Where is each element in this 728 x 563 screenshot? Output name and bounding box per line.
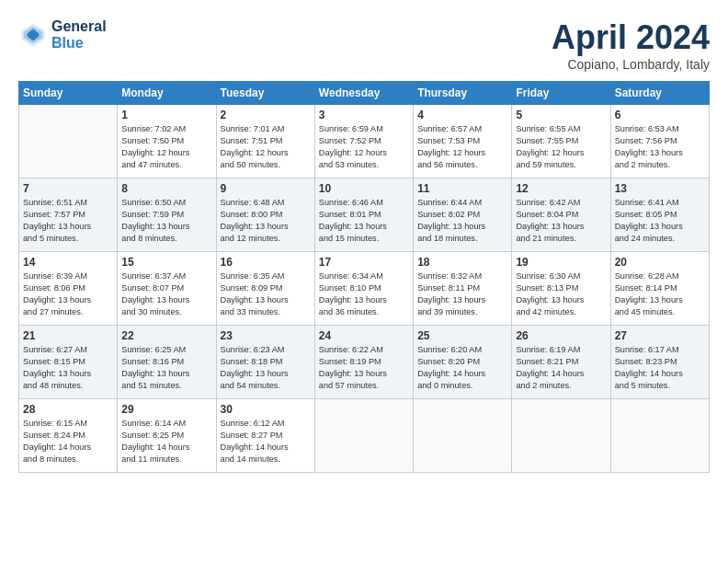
day-number: 12 [516,182,606,195]
calendar-table: SundayMondayTuesdayWednesdayThursdayFrid… [18,81,710,473]
day-number: 29 [121,403,211,416]
day-info: Sunrise: 6:22 AM Sunset: 8:19 PM Dayligh… [319,344,409,392]
calendar-cell [610,399,709,473]
day-number: 3 [319,109,409,121]
calendar-cell: 2Sunrise: 7:01 AM Sunset: 7:51 PM Daylig… [216,105,314,178]
calendar-cell: 14Sunrise: 6:39 AM Sunset: 8:06 PM Dayli… [19,252,118,326]
col-header-friday: Friday [512,82,610,105]
calendar-week-row: 28Sunrise: 6:15 AM Sunset: 8:24 PM Dayli… [19,399,710,473]
col-header-saturday: Saturday [610,82,709,105]
day-number: 27 [615,329,705,342]
calendar-cell: 25Sunrise: 6:20 AM Sunset: 8:20 PM Dayli… [414,326,512,399]
day-number: 26 [516,329,606,342]
day-info: Sunrise: 6:59 AM Sunset: 7:52 PM Dayligh… [319,123,409,171]
day-number: 30 [221,403,311,416]
day-number: 16 [221,256,311,269]
calendar-cell: 30Sunrise: 6:12 AM Sunset: 8:27 PM Dayli… [216,399,314,473]
day-number: 4 [417,109,507,121]
logo-text: General Blue [51,18,107,52]
calendar-cell: 8Sunrise: 6:50 AM Sunset: 7:59 PM Daylig… [118,178,216,252]
calendar-cell: 7Sunrise: 6:51 AM Sunset: 7:57 PM Daylig… [19,178,118,252]
calendar-cell: 22Sunrise: 6:25 AM Sunset: 8:16 PM Dayli… [118,326,216,399]
day-info: Sunrise: 6:23 AM Sunset: 8:18 PM Dayligh… [221,344,311,392]
month-title: April 2024 [552,18,710,57]
day-info: Sunrise: 6:17 AM Sunset: 8:23 PM Dayligh… [615,344,705,392]
day-info: Sunrise: 6:50 AM Sunset: 7:59 PM Dayligh… [121,197,211,245]
calendar-cell: 18Sunrise: 6:32 AM Sunset: 8:11 PM Dayli… [414,252,512,326]
calendar-cell [314,399,413,473]
day-info: Sunrise: 6:25 AM Sunset: 8:16 PM Dayligh… [121,344,211,392]
day-number: 15 [121,256,211,269]
calendar-cell: 24Sunrise: 6:22 AM Sunset: 8:19 PM Dayli… [314,326,413,399]
day-number: 13 [615,182,705,195]
day-number: 8 [121,182,211,195]
day-info: Sunrise: 6:42 AM Sunset: 8:04 PM Dayligh… [516,197,606,245]
calendar-cell: 1Sunrise: 7:02 AM Sunset: 7:50 PM Daylig… [118,105,216,178]
calendar-cell: 29Sunrise: 6:14 AM Sunset: 8:25 PM Dayli… [118,399,216,473]
day-number: 23 [221,329,311,342]
day-number: 2 [221,109,311,121]
day-number: 25 [417,329,507,342]
calendar-cell: 21Sunrise: 6:27 AM Sunset: 8:15 PM Dayli… [19,326,118,399]
day-info: Sunrise: 7:01 AM Sunset: 7:51 PM Dayligh… [221,123,311,171]
calendar-cell: 15Sunrise: 6:37 AM Sunset: 8:07 PM Dayli… [118,252,216,326]
calendar-cell [19,105,118,178]
calendar-cell: 28Sunrise: 6:15 AM Sunset: 8:24 PM Dayli… [19,399,118,473]
day-number: 11 [417,182,507,195]
calendar-cell: 13Sunrise: 6:41 AM Sunset: 8:05 PM Dayli… [610,178,709,252]
day-number: 19 [516,256,606,269]
day-info: Sunrise: 6:48 AM Sunset: 8:00 PM Dayligh… [221,197,311,245]
title-area: April 2024 Copiano, Lombardy, Italy [552,18,710,72]
day-number: 1 [121,109,211,121]
day-info: Sunrise: 6:41 AM Sunset: 8:05 PM Dayligh… [615,197,705,245]
col-header-tuesday: Tuesday [216,82,314,105]
day-number: 9 [221,182,311,195]
day-number: 21 [23,329,113,342]
day-info: Sunrise: 6:28 AM Sunset: 8:14 PM Dayligh… [615,270,705,318]
day-info: Sunrise: 6:34 AM Sunset: 8:10 PM Dayligh… [319,270,409,318]
day-info: Sunrise: 6:35 AM Sunset: 8:09 PM Dayligh… [221,270,311,318]
day-number: 10 [319,182,409,195]
calendar-cell: 6Sunrise: 6:53 AM Sunset: 7:56 PM Daylig… [610,105,709,178]
calendar-cell [414,399,512,473]
calendar-week-row: 21Sunrise: 6:27 AM Sunset: 8:15 PM Dayli… [19,326,710,399]
calendar-cell: 19Sunrise: 6:30 AM Sunset: 8:13 PM Dayli… [512,252,610,326]
calendar-cell: 4Sunrise: 6:57 AM Sunset: 7:53 PM Daylig… [414,105,512,178]
day-info: Sunrise: 6:44 AM Sunset: 8:02 PM Dayligh… [417,197,507,245]
calendar-cell: 12Sunrise: 6:42 AM Sunset: 8:04 PM Dayli… [512,178,610,252]
calendar-cell: 20Sunrise: 6:28 AM Sunset: 8:14 PM Dayli… [610,252,709,326]
location-subtitle: Copiano, Lombardy, Italy [552,57,710,72]
logo: General Blue [18,18,107,52]
calendar-cell: 5Sunrise: 6:55 AM Sunset: 7:55 PM Daylig… [512,105,610,178]
day-info: Sunrise: 6:37 AM Sunset: 8:07 PM Dayligh… [121,270,211,318]
calendar-cell: 10Sunrise: 6:46 AM Sunset: 8:01 PM Dayli… [314,178,413,252]
calendar-cell: 27Sunrise: 6:17 AM Sunset: 8:23 PM Dayli… [610,326,709,399]
day-info: Sunrise: 6:57 AM Sunset: 7:53 PM Dayligh… [417,123,507,171]
calendar-cell: 3Sunrise: 6:59 AM Sunset: 7:52 PM Daylig… [314,105,413,178]
col-header-wednesday: Wednesday [314,82,413,105]
calendar-cell [512,399,610,473]
day-number: 7 [23,182,113,195]
day-number: 5 [516,109,606,121]
day-number: 18 [417,256,507,269]
day-info: Sunrise: 7:02 AM Sunset: 7:50 PM Dayligh… [121,123,211,171]
day-number: 20 [615,256,705,269]
day-info: Sunrise: 6:51 AM Sunset: 7:57 PM Dayligh… [23,197,113,245]
day-number: 14 [23,256,113,269]
day-info: Sunrise: 6:55 AM Sunset: 7:55 PM Dayligh… [516,123,606,171]
day-info: Sunrise: 6:19 AM Sunset: 8:21 PM Dayligh… [516,344,606,392]
calendar-cell: 23Sunrise: 6:23 AM Sunset: 8:18 PM Dayli… [216,326,314,399]
page-header: General Blue April 2024 Copiano, Lombard… [18,18,710,72]
day-info: Sunrise: 6:27 AM Sunset: 8:15 PM Dayligh… [23,344,113,392]
calendar-cell: 16Sunrise: 6:35 AM Sunset: 8:09 PM Dayli… [216,252,314,326]
calendar-header-row: SundayMondayTuesdayWednesdayThursdayFrid… [19,82,710,105]
day-info: Sunrise: 6:15 AM Sunset: 8:24 PM Dayligh… [23,418,113,465]
calendar-cell: 9Sunrise: 6:48 AM Sunset: 8:00 PM Daylig… [216,178,314,252]
col-header-sunday: Sunday [19,82,118,105]
day-number: 24 [319,329,409,342]
day-number: 6 [615,109,705,121]
col-header-thursday: Thursday [414,82,512,105]
calendar-cell: 26Sunrise: 6:19 AM Sunset: 8:21 PM Dayli… [512,326,610,399]
day-info: Sunrise: 6:20 AM Sunset: 8:20 PM Dayligh… [417,344,507,392]
calendar-week-row: 1Sunrise: 7:02 AM Sunset: 7:50 PM Daylig… [19,105,710,178]
